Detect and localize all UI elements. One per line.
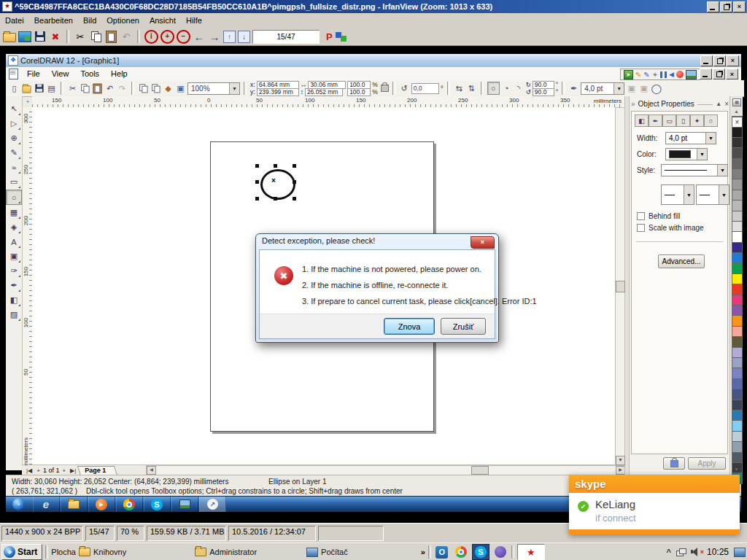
paste-button[interactable] bbox=[104, 30, 117, 43]
lock-ratio-icon[interactable] bbox=[381, 85, 389, 92]
irfanview-menu-item[interactable]: Optionen bbox=[101, 14, 144, 27]
color-swatch[interactable] bbox=[732, 211, 743, 222]
outline-color-combo[interactable]: ▼ bbox=[665, 148, 708, 160]
graph-paper-tool[interactable]: ▦ bbox=[7, 206, 21, 219]
palette-scroll-down-icon[interactable]: ▼ bbox=[734, 467, 739, 472]
restore-button[interactable] bbox=[720, 1, 732, 12]
color-swatch[interactable] bbox=[732, 168, 743, 179]
outline-width-combo[interactable]: 4,0 pt▼ bbox=[581, 82, 624, 95]
zoom-out-button[interactable]: − bbox=[177, 30, 190, 44]
scroll-left-arrow[interactable]: ◀ bbox=[147, 466, 156, 475]
quicklaunch-media[interactable] bbox=[492, 545, 508, 559]
skip-icon[interactable]: ◀ bbox=[669, 71, 674, 78]
lock-button[interactable] bbox=[663, 457, 685, 470]
export-icon[interactable] bbox=[150, 82, 161, 94]
redo-icon[interactable]: ↷ bbox=[117, 82, 128, 94]
pause-icon[interactable] bbox=[660, 71, 667, 78]
shape-tool[interactable]: ▷ bbox=[7, 117, 21, 131]
add-page-after-button[interactable]: + bbox=[61, 467, 67, 474]
network-icon[interactable] bbox=[676, 548, 686, 556]
docker-tab[interactable]: ✒ bbox=[649, 114, 662, 127]
vertical-scrollbar-thumb[interactable] bbox=[616, 281, 625, 292]
coreldraw-menu-item[interactable]: Help bbox=[105, 68, 133, 79]
zoom-combo[interactable]: 100%▼ bbox=[187, 82, 240, 95]
pick-tool[interactable]: ↖ bbox=[7, 102, 21, 116]
color-swatch[interactable] bbox=[732, 231, 743, 242]
page-tab[interactable]: Page 1 bbox=[79, 466, 116, 475]
wrap-text-icon[interactable]: ▣ bbox=[626, 82, 637, 94]
first-page-button[interactable]: |◀ bbox=[25, 467, 34, 474]
advanced-button[interactable]: Advanced... bbox=[658, 254, 705, 268]
irfanview-menu-item[interactable]: Datei bbox=[0, 14, 29, 27]
capture-icon[interactable]: ➤ bbox=[624, 70, 633, 79]
color-swatch[interactable] bbox=[732, 368, 743, 378]
doc-close-button[interactable]: × bbox=[726, 69, 738, 79]
outline-tool[interactable]: ✒ bbox=[7, 279, 21, 292]
apply-button[interactable]: Apply bbox=[688, 457, 726, 470]
add-page-before-button[interactable]: + bbox=[35, 467, 42, 474]
color-dialog-button[interactable] bbox=[335, 30, 348, 43]
corel-online-icon[interactable]: ▣ bbox=[175, 82, 186, 94]
mirror-horizontal-icon[interactable]: ⇆ bbox=[454, 82, 465, 94]
color-swatch[interactable] bbox=[732, 242, 743, 253]
start-button[interactable]: ❖ Start bbox=[1, 544, 42, 560]
selection-handle[interactable] bbox=[255, 164, 259, 168]
app-launcher-icon[interactable]: ◆ bbox=[163, 82, 174, 94]
end-angle-field[interactable]: 90.0 bbox=[533, 88, 554, 96]
docker-pin-icon[interactable]: » bbox=[631, 100, 635, 108]
delete-button[interactable]: ✖ bbox=[49, 30, 62, 43]
convert-outline-icon[interactable]: ◯ bbox=[651, 82, 662, 94]
fill-tool[interactable]: ◧ bbox=[7, 293, 21, 307]
color-swatch[interactable] bbox=[732, 126, 743, 137]
outline-style-combo[interactable]: ▼ bbox=[661, 164, 728, 176]
next-image-button[interactable]: → bbox=[208, 30, 221, 43]
coreldraw-minimize-button[interactable] bbox=[700, 55, 713, 66]
last-page-button[interactable]: ▶| bbox=[69, 467, 77, 474]
slideshow-button[interactable] bbox=[18, 30, 31, 43]
retry-button[interactable]: Znova bbox=[384, 318, 435, 335]
toolbar-knihovny[interactable]: Knihovny bbox=[79, 548, 126, 556]
vertical-ruler[interactable]: 30025020015010050 bbox=[22, 107, 33, 464]
first-image-button[interactable]: ↑ bbox=[223, 31, 236, 43]
palette-options-icon[interactable]: ▦ bbox=[732, 98, 741, 106]
color-swatch[interactable] bbox=[732, 357, 743, 368]
paste-icon[interactable] bbox=[92, 82, 103, 94]
horizontal-scrollbar[interactable]: ◀ ▶ bbox=[146, 465, 626, 475]
ellipse-mode-button[interactable]: ○ bbox=[487, 82, 500, 95]
selection-center-mark[interactable]: × bbox=[271, 176, 276, 184]
object-height-field[interactable]: 26.052 mm bbox=[305, 88, 343, 96]
ellipse-tool[interactable]: ○ bbox=[6, 190, 22, 205]
selection-handle[interactable] bbox=[293, 164, 296, 168]
open-button[interactable] bbox=[3, 30, 16, 43]
show-desktop-icon[interactable] bbox=[734, 548, 746, 557]
rotation-field[interactable]: 0,0 bbox=[411, 83, 439, 94]
tray-clock[interactable]: 10:25 bbox=[707, 547, 729, 557]
cut-button[interactable]: ✂ bbox=[74, 30, 87, 43]
dropdown-arrow-icon[interactable]: ▼ bbox=[229, 83, 239, 94]
cut-icon[interactable]: ✂ bbox=[67, 82, 78, 94]
color-swatch[interactable] bbox=[732, 347, 743, 358]
color-swatch[interactable] bbox=[732, 326, 743, 337]
save-doc-icon[interactable] bbox=[34, 82, 44, 94]
interactive-fill-tool[interactable]: ▨ bbox=[7, 308, 21, 322]
interactive-blend-tool[interactable]: ▣ bbox=[7, 249, 21, 263]
color-swatch[interactable] bbox=[732, 200, 743, 211]
color-swatch[interactable] bbox=[732, 420, 743, 431]
selection-handle[interactable] bbox=[255, 197, 259, 201]
color-swatch[interactable] bbox=[732, 252, 743, 263]
color-swatch[interactable] bbox=[732, 262, 743, 273]
color-swatch[interactable] bbox=[732, 273, 743, 284]
dropdown-arrow-icon[interactable]: ▼ bbox=[719, 185, 729, 204]
mirror-vertical-icon[interactable]: ⇅ bbox=[466, 82, 477, 94]
corner-style-combo[interactable]: ▼ bbox=[661, 184, 694, 205]
selection-handle[interactable] bbox=[255, 180, 259, 184]
color-swatch[interactable] bbox=[732, 158, 743, 169]
color-swatch[interactable] bbox=[732, 389, 743, 400]
y-position-field[interactable]: 239.399 mm bbox=[257, 88, 299, 96]
irfanview-menu-item[interactable]: Bild bbox=[78, 14, 101, 27]
copy-icon[interactable] bbox=[80, 82, 90, 94]
dropdown-arrow-icon[interactable]: ▼ bbox=[614, 83, 624, 94]
docker-tab[interactable]: ▭ bbox=[662, 114, 676, 127]
scale-with-image-checkbox[interactable]: Scale with image bbox=[637, 224, 704, 232]
color-swatch[interactable] bbox=[732, 179, 743, 190]
